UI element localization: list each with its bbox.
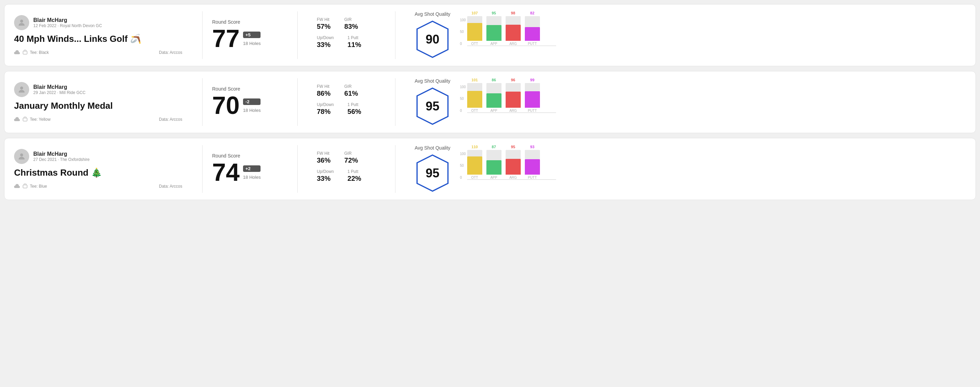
score-section: Round Score 70 -2 18 Holes [212,86,288,118]
bar-col-arg: 96 ARG [506,78,521,113]
stat-fw-hit: FW Hit 36% [317,151,331,164]
y-axis: 100 50 0 [460,18,466,52]
gir-label: GIR [344,17,358,22]
bar-value-putt: 82 [530,11,535,15]
divider-1 [202,11,202,59]
bar-value-putt: 99 [530,78,535,82]
bar-col-arg: 98 ARG [506,11,521,46]
score-label: Round Score [212,86,288,92]
updown-value: 33% [317,174,334,182]
y-axis: 100 50 0 [460,152,466,186]
quality-score: 95 [426,99,439,114]
holes-label: 18 Holes [243,174,261,180]
bar-x-label-putt: PUTT [528,42,537,46]
bar-col-app: 87 APP [487,145,501,179]
data-source: Data: Arccos [159,50,182,55]
bar-x-label-app: APP [490,176,497,179]
data-source: Data: Arccos [159,184,182,189]
stat-oneputt: 1 Putt 11% [347,35,361,49]
hexagon-container: Avg Shot Quality 95 [415,78,450,126]
left-section: Blair McHarg 29 Jan 2022 · Mill Ride GCC… [14,82,192,122]
svg-point-6 [20,153,23,157]
bar-x-label-ott: OTT [471,109,478,113]
divider-2 [297,11,298,59]
svg-rect-1 [23,51,27,54]
user-info: Blair McHarg 27 Dec 2021 · The Oxfordshi… [33,151,89,162]
round-card-2: Blair McHarg 29 Jan 2022 · Mill Ride GCC… [4,71,976,133]
bar-col-app: 86 APP [487,78,501,113]
quality-section: Avg Shot Quality 95 100 50 0 [415,78,556,126]
cloud-icon [14,184,20,189]
stat-row-top: FW Hit 86% GIR 61% [317,84,385,97]
bar-col-ott: 107 OTT [467,11,482,46]
quality-section: Avg Shot Quality 95 100 50 0 [415,145,556,193]
user-info: Blair McHarg 12 Feb 2022 · Royal North D… [33,17,102,28]
score-row: 77 +5 18 Holes [212,26,288,51]
hexagon: 90 [415,19,450,59]
score-label: Round Score [212,19,288,25]
bar-value-putt: 93 [530,145,535,149]
score-number: 74 [212,160,240,185]
tee-label: Tee: Blue [30,184,47,189]
bar-col-putt: 82 PUTT [525,11,540,46]
stat-row-top: FW Hit 36% GIR 72% [317,151,385,164]
quality-label: Avg Shot Quality [415,145,450,151]
gir-label: GIR [344,151,358,156]
fw-hit-label: FW Hit [317,84,331,89]
user-name: Blair McHarg [33,151,89,157]
footer-row: Tee: Yellow Data: Arccos [14,117,182,122]
score-label: Round Score [212,153,288,159]
tee-info: Tee: Blue [14,184,47,189]
quality-section: Avg Shot Quality 90 100 50 0 [415,11,556,59]
fw-hit-label: FW Hit [317,17,331,22]
stat-fw-hit: FW Hit 86% [317,84,331,97]
tee-label: Tee: Black [30,50,49,55]
score-row: 74 +2 18 Holes [212,160,288,185]
round-title: January Monthly Medal [14,100,182,111]
stat-gir: GIR 61% [344,84,358,97]
round-card-3: Blair McHarg 27 Dec 2021 · The Oxfordshi… [4,138,976,200]
bag-icon [22,50,28,56]
quality-score: 95 [426,166,439,181]
bar-col-ott: 101 OTT [467,78,482,113]
stats-section: FW Hit 86% GIR 61% Up/Down 78% 1 Putt [317,84,385,121]
oneputt-label: 1 Putt [347,35,361,40]
holes-label: 18 Holes [243,41,261,46]
gir-value: 61% [344,90,358,97]
tee-info: Tee: Black [14,50,49,56]
bar-value-arg: 95 [511,145,515,149]
divider-2 [297,78,298,126]
tee-label: Tee: Yellow [30,117,51,122]
bar-x-label-app: APP [490,42,497,46]
fw-hit-value: 36% [317,157,331,164]
stat-updown: Up/Down 33% [317,169,334,182]
date-course: 27 Dec 2021 · The Oxfordshire [33,157,89,162]
stat-row-top: FW Hit 57% GIR 83% [317,17,385,30]
user-header: Blair McHarg 27 Dec 2021 · The Oxfordshi… [14,149,182,164]
user-header: Blair McHarg 29 Jan 2022 · Mill Ride GCC [14,82,182,97]
stat-updown: Up/Down 33% [317,35,334,49]
avatar [14,15,29,30]
hexagon: 95 [415,86,450,126]
stat-fw-hit: FW Hit 57% [317,17,331,30]
tee-info: Tee: Yellow [14,117,51,122]
bar-col-arg: 95 ARG [506,145,521,179]
bar-chart-section: 100 50 0 107 OTT 95 [460,18,556,52]
hexagon-container: Avg Shot Quality 95 [415,145,450,193]
bar-col-putt: 93 PUTT [525,145,540,179]
oneputt-value: 22% [347,174,361,182]
stat-gir: GIR 72% [344,151,358,164]
oneputt-label: 1 Putt [347,102,361,107]
updown-label: Up/Down [317,102,334,107]
quality-label: Avg Shot Quality [415,78,450,84]
bar-x-label-putt: PUTT [528,176,537,179]
stat-row-bottom: Up/Down 78% 1 Putt 56% [317,102,385,116]
user-info: Blair McHarg 29 Jan 2022 · Mill Ride GCC [33,84,86,95]
score-badge: -2 [243,98,261,105]
bar-value-ott: 107 [472,11,478,15]
footer-row: Tee: Black Data: Arccos [14,50,182,56]
bag-icon [22,184,28,189]
bar-x-label-putt: PUTT [528,109,537,113]
score-row: 70 -2 18 Holes [212,93,288,118]
stat-row-bottom: Up/Down 33% 1 Putt 11% [317,35,385,49]
